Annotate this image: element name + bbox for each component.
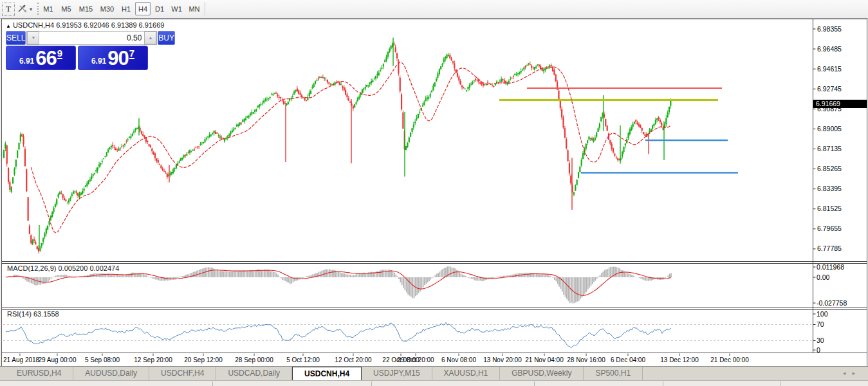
sell-price-big: 66 <box>35 49 56 68</box>
status-strip <box>0 380 868 386</box>
chart-tab-usdcnh-h4[interactable]: USDCNH,H4 <box>292 367 362 381</box>
svg-text:6.79655: 6.79655 <box>817 225 842 232</box>
status-separator <box>534 381 535 386</box>
trade-levels-icon[interactable] <box>16 3 29 14</box>
volume-spinner: ▼ ▲ <box>26 31 157 45</box>
chart-tab-eurusd-h4[interactable]: EURUSD,H4 <box>5 367 73 381</box>
svg-text:28 Nov 16:00: 28 Nov 16:00 <box>567 356 605 363</box>
svg-text:12 Oct 20:00: 12 Oct 20:00 <box>335 356 372 363</box>
sell-price-pip: 9 <box>57 49 62 59</box>
svg-text:30: 30 <box>817 336 824 344</box>
svg-text:6.92745: 6.92745 <box>817 85 842 93</box>
tabs-scroll-right-icon[interactable]: ▸ <box>852 370 862 376</box>
price-axis: 6.983556.964856.946156.927456.908756.890… <box>813 25 842 253</box>
svg-text:21 Nov 04:00: 21 Nov 04:00 <box>525 356 564 363</box>
chart-tab-audusd-daily[interactable]: AUDUSD,Daily <box>73 367 149 381</box>
buy-price-big: 90 <box>107 49 128 68</box>
status-separator <box>371 381 372 386</box>
svg-text:6 Nov 08:00: 6 Nov 08:00 <box>441 356 476 363</box>
svg-text:13 Dec 12:00: 13 Dec 12:00 <box>660 356 699 363</box>
timeframe-button-d1[interactable]: D1 <box>152 2 167 15</box>
svg-text:6.89005: 6.89005 <box>817 125 842 133</box>
svg-text:6 Dec 04:00: 6 Dec 04:00 <box>611 356 645 363</box>
text-tool-button[interactable]: T <box>2 3 15 16</box>
tabs-scroll-left-icon[interactable]: ◂ <box>843 370 853 376</box>
svg-text:29 Aug 00:00: 29 Aug 00:00 <box>39 356 77 363</box>
timeframe-button-m15[interactable]: M15 <box>76 2 96 15</box>
toolbar-drag-handle[interactable] <box>37 3 39 15</box>
timeframe-button-m1[interactable]: M1 <box>40 2 57 15</box>
chart-tab-usdchf-h4[interactable]: USDCHF,H4 <box>149 367 216 381</box>
svg-text:6.87135: 6.87135 <box>817 145 842 152</box>
svg-text:0.00: 0.00 <box>817 273 830 281</box>
chart-tab-bar: EURUSD,H4AUDUSD,DailyUSDCHF,H4USDCAD,Dai… <box>0 366 868 381</box>
toolbar-separator <box>205 2 205 15</box>
svg-text:6.98355: 6.98355 <box>817 25 842 33</box>
svg-text:6.94615: 6.94615 <box>817 65 842 73</box>
chart-tab-usdjpy-m15[interactable]: USDJPY,M15 <box>362 367 432 381</box>
rsi-panel <box>6 322 671 347</box>
svg-text:21 Aug 2018: 21 Aug 2018 <box>3 356 40 363</box>
svg-text:6.83395: 6.83395 <box>817 185 842 192</box>
svg-text:100: 100 <box>817 310 828 318</box>
status-separator <box>780 381 781 386</box>
chart-tab-usdcad-daily[interactable]: USDCAD,Daily <box>216 367 292 381</box>
rsi-label: RSI(14) 63.1558 <box>7 310 59 318</box>
svg-text:12 Sep 20:00: 12 Sep 20:00 <box>134 356 172 363</box>
svg-text:6.81525: 6.81525 <box>817 205 842 212</box>
svg-text:20 Sep 12:00: 20 Sep 12:00 <box>184 356 223 363</box>
ohlc-text: USDCNH,H4 6.91953 6.92046 6.91389 6.9166… <box>13 21 164 29</box>
svg-text:0.011968: 0.011968 <box>817 263 844 271</box>
timeframe-button-h4[interactable]: H4 <box>135 2 151 15</box>
svg-text:21 Dec 00:00: 21 Dec 00:00 <box>710 356 749 363</box>
top-toolbar: T ▾ M1M5M15M30H1H4D1W1MN <box>0 0 868 19</box>
one-click-trading-panel: SELL ▼ ▲ BUY 6.91 66 9 6.91 90 7 <box>6 31 148 70</box>
volume-input[interactable] <box>39 32 144 44</box>
timeframe-button-m30[interactable]: M30 <box>97 2 117 15</box>
sell-button[interactable]: SELL <box>6 31 26 45</box>
svg-text:70: 70 <box>817 320 824 328</box>
buy-price-box[interactable]: 6.91 90 7 <box>78 46 148 70</box>
svg-text:28 Sep 00:00: 28 Sep 00:00 <box>235 356 273 363</box>
buy-price-pip: 7 <box>129 49 134 59</box>
timeframe-button-w1[interactable]: W1 <box>169 2 185 15</box>
sell-price-small: 6.91 <box>19 57 34 66</box>
svg-text:5 Sep 08:00: 5 Sep 08:00 <box>85 356 120 363</box>
symbol-ohlc-header: ▲USDCNH,H4 6.91953 6.92046 6.91389 6.916… <box>6 21 164 29</box>
svg-text:-0.027758: -0.027758 <box>817 299 847 307</box>
buy-price-small: 6.91 <box>91 57 106 66</box>
svg-text:6.85265: 6.85265 <box>817 165 842 172</box>
chart-tab-sp500-h1[interactable]: SP500,H1 <box>584 367 643 381</box>
timeframe-button-mn[interactable]: MN <box>186 2 203 15</box>
macd-label: MACD(12,26,9) 0.005200 0.002474 <box>7 264 119 272</box>
current-price-tag: 6.91669 <box>813 100 867 108</box>
status-separator <box>663 381 663 386</box>
buy-button[interactable]: BUY <box>158 31 175 45</box>
chart-window: 6.983556.964856.946156.927456.908756.890… <box>1 19 867 367</box>
sell-price-box[interactable]: 6.91 66 9 <box>6 46 76 70</box>
timeframe-button-m5[interactable]: M5 <box>58 2 75 15</box>
svg-text:5 Oct 12:00: 5 Oct 12:00 <box>286 356 320 363</box>
volume-up-icon[interactable]: ▲ <box>144 32 156 44</box>
time-axis: 21 Aug 201829 Aug 00:005 Sep 08:0012 Sep… <box>3 354 749 364</box>
status-separator <box>212 381 213 386</box>
chevron-down-icon[interactable]: ▾ <box>30 6 32 12</box>
collapse-arrow-icon[interactable]: ▲ <box>6 23 11 29</box>
svg-text:0: 0 <box>817 346 820 354</box>
chart-canvas[interactable]: 6.983556.964856.946156.927456.908756.890… <box>2 19 867 367</box>
svg-text:13 Nov 20:00: 13 Nov 20:00 <box>483 356 522 363</box>
svg-text:29 Oct 20:00: 29 Oct 20:00 <box>397 356 434 363</box>
timeframe-button-h1[interactable]: H1 <box>118 2 134 15</box>
chart-tab-xauusd-h1[interactable]: XAUUSD,H1 <box>432 367 501 381</box>
chart-tab-gbpusd-weekly[interactable]: GBPUSD,Weekly <box>500 367 584 381</box>
svg-text:6.91669: 6.91669 <box>816 100 840 107</box>
svg-text:6.77785: 6.77785 <box>817 244 842 252</box>
volume-down-icon[interactable]: ▼ <box>27 32 39 44</box>
svg-text:6.96485: 6.96485 <box>817 45 842 53</box>
